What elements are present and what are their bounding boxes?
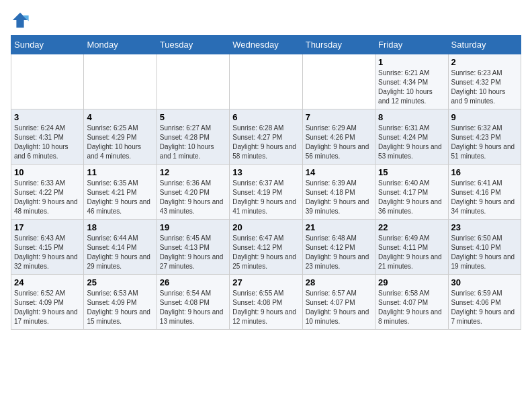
calendar-cell: 5Sunrise: 6:27 AM Sunset: 4:28 PM Daylig… <box>157 109 229 165</box>
day-info: Sunrise: 6:29 AM Sunset: 4:26 PM Dayligh… <box>306 124 372 161</box>
calendar-cell: 2Sunrise: 6:23 AM Sunset: 4:32 PM Daylig… <box>448 54 521 109</box>
day-info: Sunrise: 6:49 AM Sunset: 4:11 PM Dayligh… <box>378 234 445 271</box>
calendar-cell: 21Sunrise: 6:48 AM Sunset: 4:12 PM Dayli… <box>302 220 375 275</box>
day-info: Sunrise: 6:47 AM Sunset: 4:12 PM Dayligh… <box>232 234 299 271</box>
day-info: Sunrise: 6:52 AM Sunset: 4:09 PM Dayligh… <box>14 289 81 326</box>
calendar-cell: 3Sunrise: 6:24 AM Sunset: 4:31 PM Daylig… <box>11 109 84 165</box>
day-number: 30 <box>451 277 518 287</box>
calendar-cell: 10Sunrise: 6:33 AM Sunset: 4:22 PM Dayli… <box>11 165 84 220</box>
logo <box>11 11 32 30</box>
week-row-2: 3Sunrise: 6:24 AM Sunset: 4:31 PM Daylig… <box>11 109 521 165</box>
day-info: Sunrise: 6:44 AM Sunset: 4:14 PM Dayligh… <box>87 234 153 271</box>
calendar-cell <box>230 54 302 109</box>
header-friday: Friday <box>375 36 448 54</box>
header-sunday: Sunday <box>11 36 84 54</box>
day-number: 19 <box>160 222 226 232</box>
day-info: Sunrise: 6:25 AM Sunset: 4:29 PM Dayligh… <box>87 124 153 161</box>
day-number: 13 <box>232 167 299 177</box>
day-number: 5 <box>160 112 226 122</box>
day-number: 26 <box>160 277 226 287</box>
day-info: Sunrise: 6:24 AM Sunset: 4:31 PM Dayligh… <box>14 124 81 161</box>
day-number: 8 <box>378 112 445 122</box>
day-number: 11 <box>87 167 153 177</box>
calendar-cell: 8Sunrise: 6:31 AM Sunset: 4:24 PM Daylig… <box>375 109 448 165</box>
day-number: 29 <box>378 277 445 287</box>
day-number: 20 <box>232 222 299 232</box>
calendar-cell: 9Sunrise: 6:32 AM Sunset: 4:23 PM Daylig… <box>448 109 521 165</box>
calendar-cell <box>302 54 375 109</box>
day-info: Sunrise: 6:50 AM Sunset: 4:10 PM Dayligh… <box>451 234 518 271</box>
day-info: Sunrise: 6:41 AM Sunset: 4:16 PM Dayligh… <box>451 179 518 216</box>
day-number: 15 <box>378 167 445 177</box>
day-info: Sunrise: 6:37 AM Sunset: 4:19 PM Dayligh… <box>232 179 299 216</box>
day-number: 18 <box>87 222 153 232</box>
day-info: Sunrise: 6:33 AM Sunset: 4:22 PM Dayligh… <box>14 179 81 216</box>
day-number: 22 <box>378 222 445 232</box>
header-thursday: Thursday <box>302 36 375 54</box>
day-info: Sunrise: 6:53 AM Sunset: 4:09 PM Dayligh… <box>87 289 153 326</box>
day-info: Sunrise: 6:23 AM Sunset: 4:32 PM Dayligh… <box>451 68 518 106</box>
calendar-cell: 30Sunrise: 6:59 AM Sunset: 4:06 PM Dayli… <box>448 275 521 330</box>
day-number: 25 <box>87 277 153 287</box>
calendar-cell: 4Sunrise: 6:25 AM Sunset: 4:29 PM Daylig… <box>84 109 157 165</box>
day-number: 2 <box>451 57 518 67</box>
day-number: 24 <box>14 277 81 287</box>
calendar-cell: 29Sunrise: 6:58 AM Sunset: 4:07 PM Dayli… <box>375 275 448 330</box>
day-info: Sunrise: 6:45 AM Sunset: 4:13 PM Dayligh… <box>160 234 226 271</box>
day-number: 10 <box>14 167 81 177</box>
calendar-cell: 24Sunrise: 6:52 AM Sunset: 4:09 PM Dayli… <box>11 275 84 330</box>
day-number: 27 <box>232 277 299 287</box>
day-info: Sunrise: 6:58 AM Sunset: 4:07 PM Dayligh… <box>378 289 445 326</box>
header-tuesday: Tuesday <box>157 36 229 54</box>
calendar-cell: 7Sunrise: 6:29 AM Sunset: 4:26 PM Daylig… <box>302 109 375 165</box>
calendar-cell: 22Sunrise: 6:49 AM Sunset: 4:11 PM Dayli… <box>375 220 448 275</box>
calendar-cell: 16Sunrise: 6:41 AM Sunset: 4:16 PM Dayli… <box>448 165 521 220</box>
day-info: Sunrise: 6:21 AM Sunset: 4:34 PM Dayligh… <box>378 68 445 106</box>
day-number: 7 <box>306 112 372 122</box>
day-info: Sunrise: 6:57 AM Sunset: 4:07 PM Dayligh… <box>306 289 372 326</box>
day-info: Sunrise: 6:28 AM Sunset: 4:27 PM Dayligh… <box>232 124 299 161</box>
day-number: 21 <box>306 222 372 232</box>
calendar-cell: 19Sunrise: 6:45 AM Sunset: 4:13 PM Dayli… <box>157 220 229 275</box>
day-info: Sunrise: 6:54 AM Sunset: 4:08 PM Dayligh… <box>160 289 226 326</box>
calendar-cell: 13Sunrise: 6:37 AM Sunset: 4:19 PM Dayli… <box>230 165 302 220</box>
day-info: Sunrise: 6:40 AM Sunset: 4:17 PM Dayligh… <box>378 179 445 216</box>
svg-marker-0 <box>13 13 28 28</box>
day-number: 3 <box>14 112 81 122</box>
day-info: Sunrise: 6:27 AM Sunset: 4:28 PM Dayligh… <box>160 124 226 161</box>
header <box>11 11 521 30</box>
day-info: Sunrise: 6:35 AM Sunset: 4:21 PM Dayligh… <box>87 179 153 216</box>
day-info: Sunrise: 6:55 AM Sunset: 4:08 PM Dayligh… <box>232 289 299 326</box>
calendar-cell <box>84 54 157 109</box>
day-number: 16 <box>451 167 518 177</box>
day-number: 12 <box>160 167 226 177</box>
day-number: 14 <box>306 167 372 177</box>
week-row-3: 10Sunrise: 6:33 AM Sunset: 4:22 PM Dayli… <box>11 165 521 220</box>
calendar-cell: 11Sunrise: 6:35 AM Sunset: 4:21 PM Dayli… <box>84 165 157 220</box>
day-info: Sunrise: 6:31 AM Sunset: 4:24 PM Dayligh… <box>378 124 445 161</box>
calendar-cell: 18Sunrise: 6:44 AM Sunset: 4:14 PM Dayli… <box>84 220 157 275</box>
calendar-cell: 28Sunrise: 6:57 AM Sunset: 4:07 PM Dayli… <box>302 275 375 330</box>
calendar-header-row: SundayMondayTuesdayWednesdayThursdayFrid… <box>11 36 521 54</box>
logo-icon <box>11 11 30 30</box>
calendar-cell: 15Sunrise: 6:40 AM Sunset: 4:17 PM Dayli… <box>375 165 448 220</box>
calendar-cell: 6Sunrise: 6:28 AM Sunset: 4:27 PM Daylig… <box>230 109 302 165</box>
week-row-4: 17Sunrise: 6:43 AM Sunset: 4:15 PM Dayli… <box>11 220 521 275</box>
calendar-cell: 26Sunrise: 6:54 AM Sunset: 4:08 PM Dayli… <box>157 275 229 330</box>
day-info: Sunrise: 6:32 AM Sunset: 4:23 PM Dayligh… <box>451 124 518 161</box>
header-wednesday: Wednesday <box>230 36 302 54</box>
day-number: 23 <box>451 222 518 232</box>
header-monday: Monday <box>84 36 157 54</box>
calendar-cell: 27Sunrise: 6:55 AM Sunset: 4:08 PM Dayli… <box>230 275 302 330</box>
day-info: Sunrise: 6:48 AM Sunset: 4:12 PM Dayligh… <box>306 234 372 271</box>
day-number: 4 <box>87 112 153 122</box>
week-row-5: 24Sunrise: 6:52 AM Sunset: 4:09 PM Dayli… <box>11 275 521 330</box>
day-info: Sunrise: 6:43 AM Sunset: 4:15 PM Dayligh… <box>14 234 81 271</box>
day-number: 17 <box>14 222 81 232</box>
day-number: 1 <box>378 57 445 67</box>
calendar-cell <box>11 54 84 109</box>
calendar-cell: 20Sunrise: 6:47 AM Sunset: 4:12 PM Dayli… <box>230 220 302 275</box>
calendar-cell: 25Sunrise: 6:53 AM Sunset: 4:09 PM Dayli… <box>84 275 157 330</box>
week-row-1: 1Sunrise: 6:21 AM Sunset: 4:34 PM Daylig… <box>11 54 521 109</box>
calendar-cell: 23Sunrise: 6:50 AM Sunset: 4:10 PM Dayli… <box>448 220 521 275</box>
